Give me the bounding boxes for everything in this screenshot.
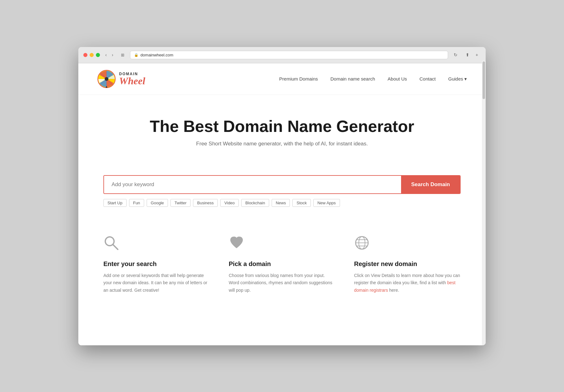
search-icon bbox=[103, 235, 119, 251]
nav-about-us[interactable]: About Us bbox=[388, 76, 407, 81]
back-button[interactable]: ‹ bbox=[103, 51, 109, 59]
tag-stock[interactable]: Stock bbox=[292, 199, 311, 207]
traffic-lights bbox=[83, 53, 100, 57]
forward-button[interactable]: › bbox=[110, 51, 116, 59]
feature-register-domain-title: Register new domain bbox=[354, 260, 461, 268]
tag-new-apps[interactable]: New Apps bbox=[313, 199, 340, 207]
feature-register-desc-after: here. bbox=[388, 288, 399, 293]
feature-enter-search-title: Enter your search bbox=[103, 260, 210, 268]
feature-register-domain: Register new domain Click on View Detail… bbox=[354, 235, 461, 294]
feature-pick-domain: Pick a domain Choose from various blog n… bbox=[229, 235, 335, 294]
tag-business[interactable]: Business bbox=[193, 199, 218, 207]
tag-twitter[interactable]: Twitter bbox=[170, 199, 191, 207]
reload-button[interactable]: ↻ bbox=[451, 51, 460, 59]
tag-video[interactable]: Video bbox=[220, 199, 239, 207]
hero-title: The Best Domain Name Generator bbox=[97, 117, 467, 136]
chevron-down-icon: ▾ bbox=[464, 76, 467, 82]
scrollbar-track[interactable] bbox=[482, 61, 486, 345]
logo[interactable]: DOMAIN Wheel bbox=[97, 70, 145, 88]
new-tab-button[interactable]: + bbox=[473, 51, 481, 59]
tag-blockchain[interactable]: Blockchain bbox=[241, 199, 269, 207]
feature-enter-search-desc: Add one or several keywords that will he… bbox=[103, 272, 210, 294]
feature-enter-search: Enter your search Add one or several key… bbox=[103, 235, 210, 294]
heart-icon bbox=[229, 235, 244, 251]
scrollbar-thumb[interactable] bbox=[483, 61, 485, 99]
maximize-button[interactable] bbox=[96, 53, 100, 57]
tab-view-button[interactable]: ⊞ bbox=[118, 51, 127, 59]
search-domain-button[interactable]: Search Domain bbox=[401, 176, 460, 193]
search-bar: Search Domain bbox=[103, 175, 461, 194]
url-display: domainwheel.com bbox=[140, 53, 173, 57]
nav-premium-domains[interactable]: Premium Domains bbox=[279, 76, 318, 81]
logo-wheel-label: Wheel bbox=[119, 76, 145, 86]
feature-pick-domain-desc: Choose from various blog names from your… bbox=[229, 272, 335, 294]
search-input[interactable] bbox=[104, 176, 401, 193]
feature-pick-domain-title: Pick a domain bbox=[229, 260, 335, 268]
nav-guides[interactable]: Guides ▾ bbox=[448, 76, 467, 82]
tag-google[interactable]: Google bbox=[147, 199, 168, 207]
feature-register-desc-before: Click on View Details to learn more abou… bbox=[354, 273, 460, 285]
search-section: Search Domain Start Up Fun Google Twitte… bbox=[78, 175, 486, 216]
logo-wheel-svg bbox=[97, 70, 116, 88]
close-button[interactable] bbox=[83, 53, 87, 57]
site-navigation: DOMAIN Wheel Premium Domains Domain name… bbox=[78, 63, 486, 95]
tag-fun[interactable]: Fun bbox=[129, 199, 144, 207]
svg-point-5 bbox=[105, 77, 108, 81]
nav-links: Premium Domains Domain name search About… bbox=[279, 76, 467, 82]
nav-contact[interactable]: Contact bbox=[420, 76, 436, 81]
nav-domain-name-search[interactable]: Domain name search bbox=[330, 76, 375, 81]
hero-section: The Best Domain Name Generator Free Shor… bbox=[78, 95, 486, 175]
logo-text: DOMAIN Wheel bbox=[119, 72, 145, 86]
minimize-button[interactable] bbox=[90, 53, 94, 57]
search-tags: Start Up Fun Google Twitter Business Vid… bbox=[103, 199, 461, 207]
tag-news[interactable]: News bbox=[272, 199, 290, 207]
globe-icon bbox=[354, 235, 370, 251]
hero-subtitle: Free Short Website name generator, with … bbox=[97, 141, 467, 147]
tag-startup[interactable]: Start Up bbox=[103, 199, 127, 207]
lock-icon: 🔒 bbox=[134, 53, 138, 57]
address-bar[interactable]: 🔒 domainwheel.com bbox=[130, 51, 448, 59]
feature-register-domain-desc: Click on View Details to learn more abou… bbox=[354, 272, 461, 294]
features-section: Enter your search Add one or several key… bbox=[78, 216, 486, 319]
svg-line-8 bbox=[113, 244, 118, 249]
share-button[interactable]: ⬆ bbox=[463, 51, 472, 59]
